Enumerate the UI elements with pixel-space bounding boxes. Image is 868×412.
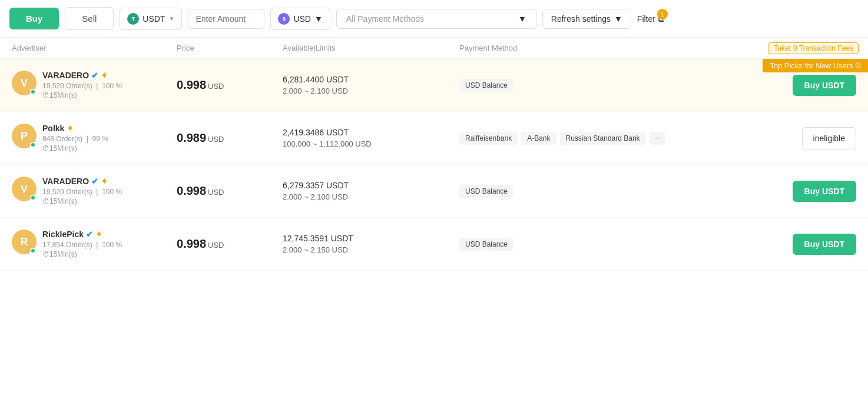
available-amount: 6,281.4400 USDT [283,75,459,84]
advertiser-name-row: RicklePick ✔ ✦ [42,230,122,239]
advertiser-stats: 19,520 Order(s) | 100 % [42,188,122,196]
buy-button[interactable]: Buy [9,8,59,29]
advertiser-name: RicklePick [42,230,84,239]
usd-icon: $ [278,13,290,25]
avatar: P [12,124,37,148]
avatar: R [12,230,37,254]
advertiser-stats: 17,854 Order(s) | 100 % [42,241,122,249]
top-bar: Buy Sell T USDT ▼ $ USD ▼ All Payment Me… [0,0,868,38]
payment-tag: USD Balance [459,238,513,251]
buy-usdt-button[interactable]: Buy USDT [793,181,856,202]
token-arrow-icon: ▼ [168,15,174,22]
limit-range: 2.000 ~ 2.100 USD [283,192,459,201]
advertiser-name: VARADERO [42,177,89,186]
payment-methods-col: RaiffeisenbankA-BankRussian Standard Ban… [459,132,750,145]
online-indicator [30,248,36,254]
currency-arrow-icon: ▼ [314,14,323,24]
price-currency: USD [208,241,224,250]
table-header: Advertiser Price Available|Limits Paymen… [0,38,868,59]
available-col: 6,279.3357 USDT 2.000 ~ 2.100 USD [283,181,459,201]
payment-tag: Raiffeisenbank [459,132,518,145]
refresh-arrow-icon: ▼ [614,14,622,24]
advertiser-time: ⏱15Min(s) [42,250,122,258]
filter-button[interactable]: Filter ⧉ 1 [637,14,664,24]
table-row: V VARADERO ✔ ✦ 19,520 Order(s) | 100 % ⏱… [0,59,868,112]
payment-methods-dropdown[interactable]: All Payment Methods ▼ [336,9,536,29]
payment-tag: A-Bank [521,132,556,145]
refresh-settings-label: Refresh settings [551,14,611,24]
advertiser-time: ⏱15Min(s) [42,91,122,99]
advertiser-time: ⏱15Min(s) [42,144,108,152]
filter-count-badge: 1 [657,9,668,19]
limit-range: 2.000 ~ 2.100 USD [283,87,459,95]
online-indicator [30,89,36,95]
action-col: Buy USDT [750,181,856,202]
price-value: 0.998 [177,184,206,197]
amount-input[interactable] [188,9,264,29]
star-icon: ✦ [101,177,108,186]
buy-usdt-button[interactable]: Buy USDT [793,234,856,255]
online-indicator [30,195,36,201]
advertiser-stats: 848 Order(s) | 99 % [42,135,108,143]
token-label: USDT [143,14,165,24]
star-icon: ✦ [67,124,74,133]
top-picks-banner: Top Picks for New Users © [763,59,868,72]
available-amount: 2,419.3486 USDT [283,128,459,137]
table-header-wrapper: Advertiser Price Available|Limits Paymen… [0,38,868,59]
available-col: 6,281.4400 USDT 2.000 ~ 2.100 USD [283,75,459,95]
price-col: 0.998USD [177,78,283,92]
limit-range: 2.000 ~ 2.150 USD [283,245,459,254]
avatar: V [12,71,37,95]
refresh-settings-dropdown[interactable]: Refresh settings ▼ [542,9,631,29]
available-col: 12,745.3591 USDT 2.000 ~ 2.150 USD [283,234,459,254]
buy-usdt-button[interactable]: Buy USDT [793,75,856,96]
currency-dropdown[interactable]: $ USD ▼ [270,8,330,30]
advertiser-name-row: VARADERO ✔ ✦ [42,177,122,186]
currency-label: USD [293,14,311,24]
action-col: ineligible [750,127,856,149]
header-advertiser: Advertiser [12,44,177,52]
advertiser-info: V VARADERO ✔ ✦ 19,520 Order(s) | 100 % ⏱… [12,177,177,205]
verified-icon: ✔ [86,230,93,239]
price-currency: USD [208,82,224,91]
payment-tag: USD Balance [459,79,513,92]
usdt-icon: T [127,13,139,25]
price-value: 0.998 [177,237,206,250]
more-payment-tags-button[interactable]: ··· [650,132,665,145]
price-col: 0.989USD [177,131,283,145]
advertiser-time: ⏱15Min(s) [42,197,122,205]
advertiser-info: P Polkk ✦ 848 Order(s) | 99 % ⏱15Min(s) [12,124,177,152]
price-col: 0.998USD [177,184,283,198]
token-dropdown[interactable]: T USDT ▼ [120,8,182,30]
action-col: Buy USDT [750,75,856,96]
sell-button[interactable]: Sell [65,7,114,30]
action-col: Buy USDT [750,234,856,255]
header-available-limits: Available|Limits [283,44,459,52]
payment-methods-col: USD Balance [459,79,750,92]
advertiser-details: Polkk ✦ 848 Order(s) | 99 % ⏱15Min(s) [42,124,108,152]
price-value: 0.998 [177,78,206,91]
table-body: V VARADERO ✔ ✦ 19,520 Order(s) | 100 % ⏱… [0,59,868,271]
table-row: P Polkk ✦ 848 Order(s) | 99 % ⏱15Min(s) … [0,112,868,165]
price-value: 0.989 [177,131,206,144]
advertiser-details: VARADERO ✔ ✦ 19,520 Order(s) | 100 % ⏱15… [42,177,122,205]
advertiser-details: RicklePick ✔ ✦ 17,854 Order(s) | 100 % ⏱… [42,230,122,258]
payment-tag: Russian Standard Bank [560,132,646,145]
payment-methods-label: All Payment Methods [346,14,515,24]
advertiser-name: VARADERO [42,71,89,80]
star-icon: ✦ [101,71,108,80]
available-col: 2,419.3486 USDT 100.000 ~ 1,112.000 USD [283,128,459,148]
payment-methods-col: USD Balance [459,185,750,198]
payment-methods-arrow-icon: ▼ [518,14,526,24]
header-payment-method: Payment Method [459,44,750,52]
avatar: V [12,177,37,201]
advertiser-name: Polkk [42,124,64,133]
available-amount: 6,279.3357 USDT [283,181,459,190]
ineligible-button: ineligible [802,127,856,149]
taker-fees-badge: Taker 0 Transaction Fees [768,42,859,54]
advertiser-name-row: VARADERO ✔ ✦ [42,71,122,80]
header-price: Price [177,44,283,52]
price-currency: USD [208,188,224,197]
verified-icon: ✔ [91,177,98,186]
advertiser-stats: 19,520 Order(s) | 100 % [42,82,122,90]
